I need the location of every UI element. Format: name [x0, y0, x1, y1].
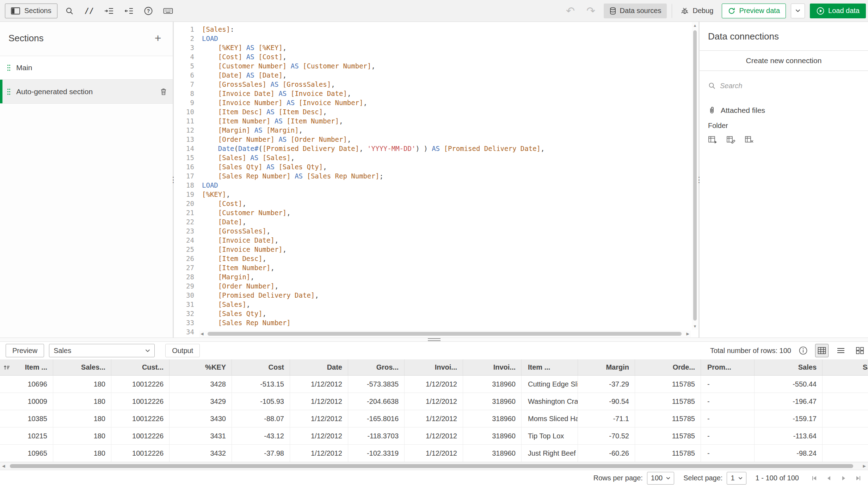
scroll-left-icon[interactable]: ◀: [2, 464, 5, 468]
table-view-icon[interactable]: [815, 344, 829, 357]
editor-preview-splitter[interactable]: [0, 338, 868, 342]
table-row[interactable]: 10215180100122263431-43.121/12/2012-118.…: [0, 427, 868, 445]
edit-connection-icon[interactable]: [726, 135, 735, 144]
section-item-auto-generated[interactable]: Auto-generated section: [0, 80, 173, 104]
code-line[interactable]: [Order Number],: [202, 281, 698, 291]
code-line[interactable]: [%KEY] AS [%KEY],: [202, 43, 698, 52]
delete-connection-icon[interactable]: [745, 135, 754, 144]
code-line[interactable]: [Item Desc] AS [Item Desc],: [202, 107, 698, 116]
column-header[interactable]: %KEY: [170, 359, 232, 375]
last-page-icon[interactable]: [852, 472, 864, 484]
code-line[interactable]: [Sales],: [202, 300, 698, 309]
table-row[interactable]: 10009180100122263429-105.931/12/2012-204…: [0, 393, 868, 410]
code-line[interactable]: [Promised Delivery Date],: [202, 291, 698, 300]
debug-button[interactable]: Debug: [677, 4, 717, 18]
code-line[interactable]: [Cost],: [202, 199, 698, 208]
column-header[interactable]: Sales...: [53, 359, 111, 375]
code-line[interactable]: [Item Number],: [202, 263, 698, 272]
code-line[interactable]: [Customer Number],: [202, 208, 698, 217]
load-data-button[interactable]: Load data: [810, 4, 866, 18]
data-sources-button[interactable]: Data sources: [604, 4, 667, 18]
code-line[interactable]: [Cost] AS [Cost],: [202, 52, 698, 61]
scroll-up-icon[interactable]: ▲: [692, 23, 698, 28]
code-line[interactable]: [Margin],: [202, 272, 698, 281]
undo-icon[interactable]: ↶: [563, 3, 578, 19]
script-code-area[interactable]: [Sales]:LOAD [%KEY] AS [%KEY], [Cost] AS…: [199, 22, 698, 338]
editor-horizontal-scrollbar[interactable]: ◀ ▶: [199, 330, 691, 337]
attached-files-item[interactable]: Attached files: [700, 102, 868, 119]
code-line[interactable]: [Invoice Number] AS [Invoice Number],: [202, 98, 698, 107]
code-line[interactable]: [Sales]:: [202, 25, 698, 34]
scroll-right-icon[interactable]: ▶: [863, 464, 866, 468]
section-item-main[interactable]: Main: [0, 56, 173, 80]
code-line[interactable]: [Invoice Date] AS [Invoice Date],: [202, 89, 698, 98]
code-line[interactable]: [Item Number] AS [Item Number],: [202, 116, 698, 126]
code-line[interactable]: [Order Number] AS [Order Number],: [202, 135, 698, 144]
column-header[interactable]: Cust...: [111, 359, 170, 375]
column-header[interactable]: Sales...: [823, 359, 868, 375]
search-icon[interactable]: [62, 3, 77, 19]
scrollbar-thumb[interactable]: [10, 464, 853, 468]
column-header[interactable]: Cost: [232, 359, 290, 375]
code-line[interactable]: [Customer Number] AS [Customer Number],: [202, 61, 698, 71]
table-row[interactable]: 10965180100122263432-37.981/12/2012-102.…: [0, 445, 868, 462]
load-options-chevron-button[interactable]: [791, 4, 805, 18]
rows-per-page-select[interactable]: 100: [647, 472, 674, 485]
sort-icon[interactable]: [3, 364, 11, 371]
column-header[interactable]: Gros...: [348, 359, 405, 375]
code-line[interactable]: [Sales Rep Number] AS [Sales Rep Number]…: [202, 171, 698, 181]
column-header[interactable]: Item ...: [522, 359, 578, 375]
scroll-left-icon[interactable]: ◀: [201, 332, 203, 336]
code-line[interactable]: [Sales Qty] AS [Sales Qty],: [202, 162, 698, 171]
add-section-icon[interactable]: +: [151, 31, 165, 45]
column-header[interactable]: Invoi...: [405, 359, 463, 375]
code-line[interactable]: [Item Desc],: [202, 254, 698, 263]
scrollbar-thumb[interactable]: [208, 332, 682, 336]
connections-search-input[interactable]: [720, 82, 860, 90]
code-line[interactable]: [Invoice Date],: [202, 236, 698, 245]
indent-icon[interactable]: [101, 3, 117, 19]
output-tab-button[interactable]: Output: [165, 344, 200, 357]
table-selector-dropdown[interactable]: Sales: [49, 344, 155, 357]
code-line[interactable]: [Sales] AS [Sales],: [202, 153, 698, 162]
code-line[interactable]: [GrossSales] AS [GrossSales],: [202, 80, 698, 89]
scroll-right-icon[interactable]: ▶: [687, 332, 689, 336]
folder-connection-label[interactable]: Folder: [700, 119, 868, 131]
code-line[interactable]: Date(Date#([Promised Delivery Date], 'YY…: [202, 144, 698, 153]
code-line[interactable]: [Date],: [202, 217, 698, 226]
preview-data-button[interactable]: Preview data: [722, 4, 786, 18]
code-line[interactable]: [%KEY],: [202, 190, 698, 199]
column-header[interactable]: Margin: [578, 359, 635, 375]
scroll-down-icon[interactable]: ▼: [692, 324, 698, 328]
comment-icon[interactable]: //: [81, 3, 97, 19]
next-page-icon[interactable]: [838, 472, 850, 484]
column-header[interactable]: Sales: [755, 359, 823, 375]
table-row[interactable]: 10385180100122263430-88.071/12/2012-165.…: [0, 410, 868, 427]
list-view-icon[interactable]: [834, 344, 848, 357]
column-header[interactable]: Date: [290, 359, 348, 375]
select-page-select[interactable]: 1: [727, 472, 746, 485]
column-header[interactable]: Orde...: [635, 359, 701, 375]
code-line[interactable]: [Invoice Number],: [202, 245, 698, 254]
code-line[interactable]: [GrossSales],: [202, 226, 698, 236]
keyboard-icon[interactable]: [160, 3, 176, 19]
sections-toggle-button[interactable]: Sections: [5, 4, 57, 18]
code-line[interactable]: [Date] AS [Date],: [202, 71, 698, 80]
script-editor[interactable]: 1234567891011121314151617181920212223242…: [174, 22, 698, 338]
right-panel-splitter[interactable]: ⋮: [698, 22, 700, 338]
drag-handle-icon[interactable]: [7, 64, 11, 71]
column-header[interactable]: Invoi...: [463, 359, 522, 375]
delete-section-icon[interactable]: [160, 88, 167, 96]
column-header[interactable]: Item ...: [0, 359, 53, 375]
code-line[interactable]: [Margin] AS [Margin],: [202, 126, 698, 135]
preview-tab-button[interactable]: Preview: [6, 344, 44, 357]
table-horizontal-scrollbar[interactable]: ◀ ▶: [0, 462, 868, 470]
code-line[interactable]: LOAD: [202, 181, 698, 190]
code-line[interactable]: [Sales Rep Number]: [202, 318, 698, 327]
select-data-icon[interactable]: [708, 135, 717, 144]
column-header[interactable]: Prom...: [701, 359, 755, 375]
code-line[interactable]: [Sales Qty],: [202, 309, 698, 318]
code-line[interactable]: LOAD: [202, 34, 698, 43]
table-row[interactable]: 10696180100122263428-513.151/12/2012-573…: [0, 376, 868, 393]
redo-icon[interactable]: ↷: [583, 3, 599, 19]
